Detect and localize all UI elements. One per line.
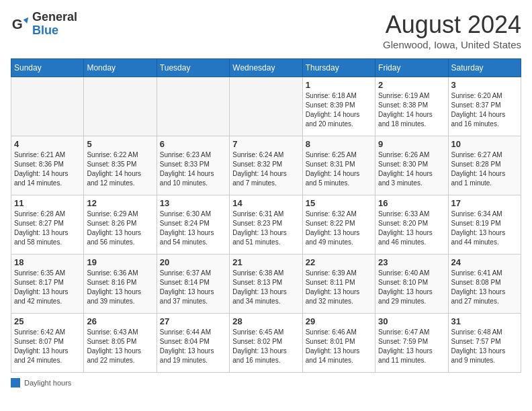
day-info: Sunrise: 6:44 AM Sunset: 8:04 PM Dayligh… bbox=[160, 328, 226, 365]
day-number: 15 bbox=[306, 198, 372, 208]
calendar-cell: 7Sunrise: 6:24 AM Sunset: 8:32 PM Daylig… bbox=[230, 136, 302, 195]
calendar-cell: 20Sunrise: 6:37 AM Sunset: 8:14 PM Dayli… bbox=[157, 255, 229, 314]
day-number: 4 bbox=[14, 139, 81, 149]
calendar-cell: 2Sunrise: 6:19 AM Sunset: 8:38 PM Daylig… bbox=[375, 77, 448, 136]
calendar-cell: 6Sunrise: 6:23 AM Sunset: 8:33 PM Daylig… bbox=[157, 136, 229, 195]
day-number: 12 bbox=[87, 198, 153, 208]
day-number: 28 bbox=[232, 316, 299, 326]
calendar-week-row: 4Sunrise: 6:21 AM Sunset: 8:36 PM Daylig… bbox=[11, 136, 521, 195]
svg-text:G: G bbox=[12, 15, 23, 31]
legend-text: Daylight hours bbox=[24, 379, 71, 387]
calendar-cell: 29Sunrise: 6:46 AM Sunset: 8:01 PM Dayli… bbox=[302, 314, 375, 373]
calendar-cell: 30Sunrise: 6:47 AM Sunset: 7:59 PM Dayli… bbox=[375, 314, 448, 373]
day-number: 10 bbox=[451, 139, 518, 149]
day-info: Sunrise: 6:37 AM Sunset: 8:14 PM Dayligh… bbox=[160, 269, 226, 306]
day-number: 19 bbox=[87, 257, 153, 267]
day-info: Sunrise: 6:33 AM Sunset: 8:20 PM Dayligh… bbox=[378, 210, 445, 247]
day-number: 16 bbox=[378, 198, 445, 208]
day-info: Sunrise: 6:22 AM Sunset: 8:35 PM Dayligh… bbox=[87, 150, 153, 188]
calendar-cell: 21Sunrise: 6:38 AM Sunset: 8:13 PM Dayli… bbox=[230, 255, 302, 314]
day-number: 31 bbox=[451, 316, 518, 326]
calendar-header-day: Wednesday bbox=[230, 59, 302, 77]
day-number: 9 bbox=[378, 139, 445, 149]
calendar-cell: 10Sunrise: 6:27 AM Sunset: 8:28 PM Dayli… bbox=[448, 136, 521, 195]
calendar-cell: 4Sunrise: 6:21 AM Sunset: 8:36 PM Daylig… bbox=[11, 136, 84, 195]
calendar-cell: 17Sunrise: 6:34 AM Sunset: 8:19 PM Dayli… bbox=[448, 195, 521, 255]
day-number: 20 bbox=[160, 257, 226, 267]
logo: G General Blue bbox=[11, 11, 77, 38]
day-number: 8 bbox=[306, 139, 372, 149]
day-info: Sunrise: 6:30 AM Sunset: 8:24 PM Dayligh… bbox=[160, 210, 226, 247]
day-number: 21 bbox=[232, 257, 299, 267]
calendar-cell: 12Sunrise: 6:29 AM Sunset: 8:26 PM Dayli… bbox=[84, 195, 157, 255]
day-info: Sunrise: 6:25 AM Sunset: 8:31 PM Dayligh… bbox=[306, 150, 372, 188]
day-info: Sunrise: 6:20 AM Sunset: 8:37 PM Dayligh… bbox=[451, 91, 518, 129]
calendar-cell: 5Sunrise: 6:22 AM Sunset: 8:35 PM Daylig… bbox=[84, 136, 157, 195]
day-number: 26 bbox=[87, 316, 153, 326]
day-number: 22 bbox=[306, 257, 372, 267]
day-number: 23 bbox=[378, 257, 445, 267]
day-number: 11 bbox=[14, 198, 81, 208]
day-info: Sunrise: 6:26 AM Sunset: 8:30 PM Dayligh… bbox=[378, 150, 445, 188]
day-number: 2 bbox=[378, 80, 445, 90]
calendar-cell: 22Sunrise: 6:39 AM Sunset: 8:11 PM Dayli… bbox=[302, 255, 375, 314]
logo-icon: G bbox=[11, 15, 30, 34]
day-number: 17 bbox=[451, 198, 518, 208]
day-info: Sunrise: 6:21 AM Sunset: 8:36 PM Dayligh… bbox=[14, 150, 81, 188]
day-info: Sunrise: 6:31 AM Sunset: 8:23 PM Dayligh… bbox=[232, 210, 299, 247]
calendar-cell: 28Sunrise: 6:45 AM Sunset: 8:02 PM Dayli… bbox=[230, 314, 302, 373]
calendar-cell bbox=[11, 77, 84, 136]
svg-marker-1 bbox=[24, 17, 28, 24]
day-number: 25 bbox=[14, 316, 81, 326]
calendar-cell: 26Sunrise: 6:43 AM Sunset: 8:05 PM Dayli… bbox=[84, 314, 157, 373]
calendar-week-row: 18Sunrise: 6:35 AM Sunset: 8:17 PM Dayli… bbox=[11, 255, 521, 314]
calendar-cell bbox=[157, 77, 229, 136]
calendar-cell bbox=[230, 77, 302, 136]
day-info: Sunrise: 6:23 AM Sunset: 8:33 PM Dayligh… bbox=[160, 150, 226, 188]
calendar-cell: 19Sunrise: 6:36 AM Sunset: 8:16 PM Dayli… bbox=[84, 255, 157, 314]
calendar-cell: 3Sunrise: 6:20 AM Sunset: 8:37 PM Daylig… bbox=[448, 77, 521, 136]
calendar-cell: 18Sunrise: 6:35 AM Sunset: 8:17 PM Dayli… bbox=[11, 255, 84, 314]
calendar-cell: 15Sunrise: 6:32 AM Sunset: 8:22 PM Dayli… bbox=[302, 195, 375, 255]
legend-color-box bbox=[11, 378, 20, 387]
calendar-header-day: Saturday bbox=[448, 59, 521, 77]
day-info: Sunrise: 6:42 AM Sunset: 8:07 PM Dayligh… bbox=[14, 328, 81, 365]
day-info: Sunrise: 6:47 AM Sunset: 7:59 PM Dayligh… bbox=[378, 328, 445, 365]
calendar-header-day: Friday bbox=[375, 59, 448, 77]
page-header: G General Blue August 2024 Glenwood, Iow… bbox=[11, 11, 521, 50]
day-info: Sunrise: 6:27 AM Sunset: 8:28 PM Dayligh… bbox=[451, 150, 518, 188]
calendar-header-day: Thursday bbox=[302, 59, 375, 77]
calendar-header-day: Tuesday bbox=[157, 59, 229, 77]
day-info: Sunrise: 6:38 AM Sunset: 8:13 PM Dayligh… bbox=[232, 269, 299, 306]
page-subtitle: Glenwood, Iowa, United States bbox=[383, 39, 521, 50]
day-number: 14 bbox=[232, 198, 299, 208]
day-info: Sunrise: 6:46 AM Sunset: 8:01 PM Dayligh… bbox=[306, 328, 372, 365]
title-block: August 2024 Glenwood, Iowa, United State… bbox=[383, 11, 521, 50]
day-info: Sunrise: 6:39 AM Sunset: 8:11 PM Dayligh… bbox=[306, 269, 372, 306]
day-info: Sunrise: 6:18 AM Sunset: 8:39 PM Dayligh… bbox=[306, 91, 372, 129]
day-info: Sunrise: 6:43 AM Sunset: 8:05 PM Dayligh… bbox=[87, 328, 153, 365]
day-info: Sunrise: 6:45 AM Sunset: 8:02 PM Dayligh… bbox=[232, 328, 299, 365]
calendar-cell: 25Sunrise: 6:42 AM Sunset: 8:07 PM Dayli… bbox=[11, 314, 84, 373]
day-info: Sunrise: 6:19 AM Sunset: 8:38 PM Dayligh… bbox=[378, 91, 445, 129]
page-title: August 2024 bbox=[383, 11, 521, 39]
calendar-header-day: Monday bbox=[84, 59, 157, 77]
day-number: 30 bbox=[378, 316, 445, 326]
calendar-week-row: 1Sunrise: 6:18 AM Sunset: 8:39 PM Daylig… bbox=[11, 77, 521, 136]
calendar-week-row: 25Sunrise: 6:42 AM Sunset: 8:07 PM Dayli… bbox=[11, 314, 521, 373]
day-info: Sunrise: 6:29 AM Sunset: 8:26 PM Dayligh… bbox=[87, 210, 153, 247]
calendar-cell: 1Sunrise: 6:18 AM Sunset: 8:39 PM Daylig… bbox=[302, 77, 375, 136]
day-number: 5 bbox=[87, 139, 153, 149]
day-info: Sunrise: 6:41 AM Sunset: 8:08 PM Dayligh… bbox=[451, 269, 518, 306]
day-number: 18 bbox=[14, 257, 81, 267]
day-number: 13 bbox=[160, 198, 226, 208]
day-info: Sunrise: 6:32 AM Sunset: 8:22 PM Dayligh… bbox=[306, 210, 372, 247]
calendar-cell: 27Sunrise: 6:44 AM Sunset: 8:04 PM Dayli… bbox=[157, 314, 229, 373]
calendar-table: SundayMondayTuesdayWednesdayThursdayFrid… bbox=[11, 58, 521, 373]
calendar-cell: 11Sunrise: 6:28 AM Sunset: 8:27 PM Dayli… bbox=[11, 195, 84, 255]
calendar-cell bbox=[84, 77, 157, 136]
day-number: 6 bbox=[160, 139, 226, 149]
calendar-cell: 13Sunrise: 6:30 AM Sunset: 8:24 PM Dayli… bbox=[157, 195, 229, 255]
calendar-cell: 31Sunrise: 6:48 AM Sunset: 7:57 PM Dayli… bbox=[448, 314, 521, 373]
day-info: Sunrise: 6:35 AM Sunset: 8:17 PM Dayligh… bbox=[14, 269, 81, 306]
